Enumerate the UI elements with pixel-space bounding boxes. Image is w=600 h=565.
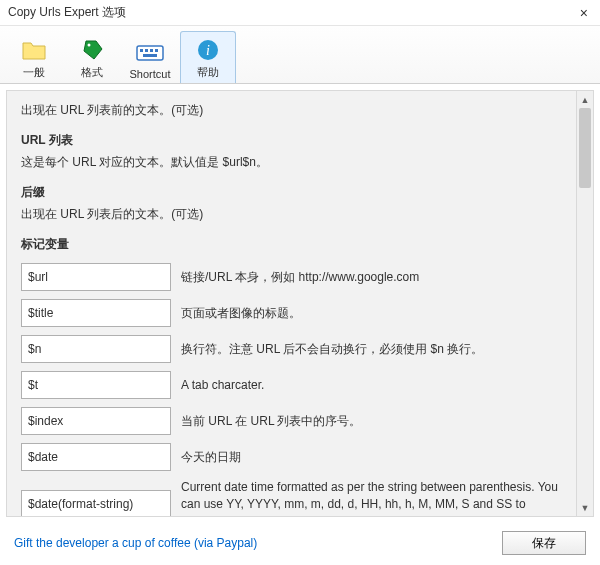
svg-point-0: [88, 44, 91, 47]
var-desc: 换行符。注意 URL 后不会自动换行，必须使用 $n 换行。: [181, 331, 562, 367]
var-desc: A tab charcater.: [181, 367, 562, 403]
var-name: $index: [21, 407, 171, 435]
urllist-title: URL 列表: [21, 131, 562, 149]
table-row: $title 页面或者图像的标题。: [21, 295, 562, 331]
svg-rect-3: [145, 49, 148, 52]
keyboard-icon: [136, 40, 164, 66]
var-name: $date(format-string): [21, 490, 171, 516]
folder-icon: [20, 37, 48, 63]
tab-help[interactable]: i 帮助: [180, 31, 236, 83]
tab-help-label: 帮助: [197, 65, 219, 80]
vars-title: 标记变量: [21, 235, 562, 253]
content-area: 出现在 URL 列表前的文本。(可选) URL 列表 这是每个 URL 对应的文…: [6, 90, 594, 517]
tab-shortcut-label: Shortcut: [130, 68, 171, 80]
var-name: $url: [21, 263, 171, 291]
footer: Gift the developer a cup of coffee (via …: [0, 523, 600, 565]
toolbar: 一般 格式 Shortcut i 帮助: [0, 26, 600, 84]
table-row: $t A tab charcater.: [21, 367, 562, 403]
help-content: 出现在 URL 列表前的文本。(可选) URL 列表 这是每个 URL 对应的文…: [7, 91, 576, 516]
vars-table: $url 链接/URL 本身，例如 http://www.google.com …: [21, 259, 562, 516]
var-name: $n: [21, 335, 171, 363]
table-row: $n 换行符。注意 URL 后不会自动换行，必须使用 $n 换行。: [21, 331, 562, 367]
scroll-track[interactable]: [577, 108, 593, 499]
scrollbar[interactable]: ▲ ▼: [576, 91, 593, 516]
svg-rect-1: [137, 46, 163, 60]
suffix-title: 后缀: [21, 183, 562, 201]
var-desc: Current date time formatted as per the s…: [181, 475, 562, 516]
window-title: Copy Urls Expert 选项: [8, 4, 126, 21]
scroll-down-icon[interactable]: ▼: [577, 499, 593, 516]
var-desc: 今天的日期: [181, 439, 562, 475]
var-desc: 链接/URL 本身，例如 http://www.google.com: [181, 259, 562, 295]
var-name: $title: [21, 299, 171, 327]
tab-format-label: 格式: [81, 65, 103, 80]
tab-general-label: 一般: [23, 65, 45, 80]
svg-rect-2: [140, 49, 143, 52]
scroll-up-icon[interactable]: ▲: [577, 91, 593, 108]
close-icon[interactable]: ×: [576, 5, 592, 21]
titlebar: Copy Urls Expert 选项 ×: [0, 0, 600, 26]
urllist-desc: 这是每个 URL 对应的文本。默认值是 $url$n。: [21, 153, 562, 171]
table-row: $url 链接/URL 本身，例如 http://www.google.com: [21, 259, 562, 295]
var-desc: 页面或者图像的标题。: [181, 295, 562, 331]
prefix-desc: 出现在 URL 列表前的文本。(可选): [21, 101, 562, 119]
tab-general[interactable]: 一般: [6, 31, 62, 83]
var-name: $t: [21, 371, 171, 399]
info-icon: i: [194, 37, 222, 63]
save-button[interactable]: 保存: [502, 531, 586, 555]
svg-text:i: i: [206, 43, 210, 58]
suffix-desc: 出现在 URL 列表后的文本。(可选): [21, 205, 562, 223]
table-row: $date(format-string) Current date time f…: [21, 475, 562, 516]
table-row: $date 今天的日期: [21, 439, 562, 475]
donate-link[interactable]: Gift the developer a cup of coffee (via …: [14, 536, 257, 550]
scroll-thumb[interactable]: [579, 108, 591, 188]
table-row: $index 当前 URL 在 URL 列表中的序号。: [21, 403, 562, 439]
tab-format[interactable]: 格式: [64, 31, 120, 83]
var-name: $date: [21, 443, 171, 471]
svg-rect-5: [155, 49, 158, 52]
svg-rect-6: [143, 54, 157, 57]
var-desc: 当前 URL 在 URL 列表中的序号。: [181, 403, 562, 439]
tab-shortcut[interactable]: Shortcut: [122, 31, 178, 83]
svg-rect-4: [150, 49, 153, 52]
tag-icon: [78, 37, 106, 63]
